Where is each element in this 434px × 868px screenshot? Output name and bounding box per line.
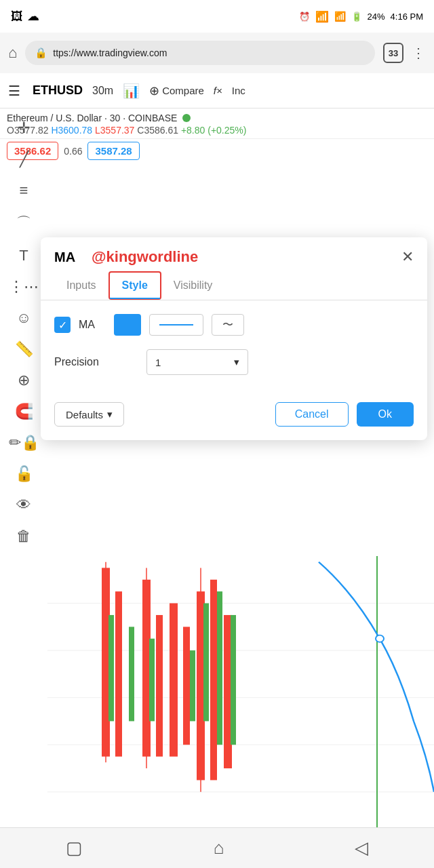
- tab-visibility[interactable]: Visibility: [161, 273, 225, 298]
- fx-label[interactable]: f×: [214, 85, 222, 96]
- bars-icon[interactable]: ≡: [20, 182, 28, 199]
- chevron-down-icon: ▾: [107, 408, 113, 420]
- color-swatch[interactable]: [114, 314, 141, 336]
- close-price: C3586.61: [137, 125, 178, 136]
- svg-rect-15: [129, 627, 134, 721]
- home-nav-button[interactable]: ⌂: [214, 837, 224, 859]
- defaults-button[interactable]: Defaults ▾: [54, 402, 124, 427]
- plus-circle-icon: ⊕: [149, 83, 159, 98]
- ma-row: ✓ MA 〜: [54, 314, 414, 336]
- svg-rect-9: [170, 604, 178, 757]
- wifi-icon: 📶: [334, 11, 346, 22]
- lock-icon[interactable]: 🔓: [15, 465, 33, 483]
- eye-icon[interactable]: 👁: [16, 496, 31, 514]
- chart-header: ☰ ETHUSD 30m 📊 ⊕ Compare f× Inc: [0, 73, 434, 108]
- candlestick-chart: [47, 556, 434, 827]
- tab-inputs[interactable]: Inputs: [54, 273, 108, 298]
- svg-rect-6: [115, 591, 122, 756]
- modal-ma-label: MA: [54, 250, 75, 265]
- url-text: ttps://www.tradingview.com: [53, 47, 167, 58]
- trash-icon[interactable]: 🗑: [16, 528, 31, 545]
- cloud-icon: ☁: [27, 9, 39, 24]
- price-change: +8.80 (+0.25%): [181, 125, 247, 136]
- svg-rect-8: [156, 615, 163, 757]
- url-bar[interactable]: 🔒 ttps://www.tradingview.com: [25, 41, 375, 65]
- timeframe-label[interactable]: 30m: [92, 85, 113, 97]
- modal-username: @kingwordline: [92, 248, 198, 266]
- svg-rect-17: [190, 650, 195, 721]
- cancel-button[interactable]: Cancel: [275, 402, 349, 427]
- price-diff: 0.66: [64, 146, 82, 157]
- status-bar: 🖼 ☁ ⏰ 📶 📶 🔋 24% 4:16 PM: [0, 0, 434, 33]
- magnet-icon[interactable]: 🧲: [15, 403, 33, 420]
- line-tool-icon[interactable]: ╱: [20, 151, 28, 168]
- ruler-icon[interactable]: 📏: [15, 340, 33, 358]
- menu-dots[interactable]: ⋮: [412, 45, 426, 61]
- svg-rect-12: [210, 580, 217, 781]
- inc-label: Inc: [232, 85, 245, 96]
- footer-actions: Cancel Ok: [275, 402, 414, 427]
- zoom-icon[interactable]: ⊕: [18, 372, 30, 389]
- modal-header: MA @kingwordline ✕: [41, 237, 427, 271]
- status-bar-left: 🖼 ☁: [11, 9, 39, 24]
- lasso-icon[interactable]: ⌒: [16, 213, 31, 233]
- svg-rect-10: [183, 627, 190, 745]
- tab-style[interactable]: Style: [108, 271, 161, 300]
- clock: 4:16 PM: [391, 12, 423, 22]
- svg-rect-16: [149, 639, 155, 722]
- modal-content: ✓ MA 〜 Precision 1 ▾: [41, 300, 427, 375]
- precision-select[interactable]: 1 ▾: [146, 349, 248, 375]
- alarm-icon: ⏰: [299, 12, 310, 22]
- chart-canvas: [47, 556, 434, 827]
- tab-count[interactable]: 33: [383, 43, 403, 63]
- pencil-lock-icon[interactable]: ✏🔒: [9, 434, 39, 452]
- image-icon: 🖼: [11, 9, 23, 24]
- chart-prices: O3577.82 H3600.78 L3557.37 C3586.61 +8.8…: [7, 125, 427, 136]
- battery-icon: 🔋: [351, 12, 362, 22]
- back-button[interactable]: ◁: [355, 837, 368, 859]
- browser-bar: ⌂ 🔒 ttps://www.tradingview.com 33 ⋮: [0, 33, 434, 73]
- svg-rect-14: [108, 615, 114, 722]
- lock-icon: 🔒: [35, 47, 47, 59]
- line-style-button[interactable]: [149, 314, 203, 336]
- hamburger-icon[interactable]: ☰: [5, 80, 23, 102]
- modal-footer: Defaults ▾ Cancel Ok: [41, 391, 427, 429]
- battery-percent: 24%: [368, 12, 385, 22]
- chart-info: Ethereum / U.S. Dollar · 30 · COINBASE O…: [0, 108, 434, 139]
- precision-value: 1: [155, 357, 161, 368]
- compare-button[interactable]: ⊕ Compare: [149, 83, 204, 98]
- node-icon[interactable]: ⋮⋯: [9, 278, 39, 296]
- crosshair-icon[interactable]: ✛: [18, 119, 30, 137]
- symbol-label[interactable]: ETHUSD: [33, 83, 83, 98]
- square-button[interactable]: ▢: [66, 837, 83, 859]
- compare-label: Compare: [162, 85, 204, 96]
- ma-row-label: MA: [79, 319, 106, 331]
- svg-rect-20: [231, 615, 236, 745]
- svg-rect-18: [203, 604, 209, 722]
- ma-checkbox[interactable]: ✓: [54, 317, 71, 333]
- text-icon[interactable]: T: [19, 247, 28, 264]
- modal-tabs: Inputs Style Visibility: [41, 271, 427, 300]
- ma-settings-modal: MA @kingwordline ✕ Inputs Style Visibili…: [41, 237, 427, 440]
- high-price: H3600.78: [51, 125, 92, 136]
- chevron-down-icon: ▾: [234, 356, 239, 368]
- live-indicator: [182, 114, 191, 122]
- status-bar-right: ⏰ 📶 📶 🔋 24% 4:16 PM: [299, 10, 423, 23]
- target-price-box: 3587.28: [87, 142, 139, 160]
- defaults-label: Defaults: [66, 409, 103, 420]
- modal-close-button[interactable]: ✕: [401, 248, 414, 266]
- wave-style-button[interactable]: 〜: [212, 314, 244, 336]
- signal-icon: 📶: [315, 10, 329, 23]
- smiley-icon[interactable]: ☺: [16, 309, 31, 327]
- home-button[interactable]: ⌂: [8, 44, 17, 62]
- precision-label: Precision: [54, 356, 136, 368]
- ok-button[interactable]: Ok: [357, 402, 414, 427]
- line-preview: [159, 324, 193, 326]
- low-price: L3557.37: [95, 125, 134, 136]
- chart-type-icon[interactable]: 📊: [123, 83, 140, 99]
- bottom-nav: ▢ ⌂ ◁: [0, 827, 434, 868]
- precision-row: Precision 1 ▾: [54, 349, 414, 375]
- svg-rect-19: [217, 591, 222, 745]
- svg-point-25: [376, 635, 384, 642]
- price-boxes: 3586.62 0.66 3587.28: [0, 139, 434, 165]
